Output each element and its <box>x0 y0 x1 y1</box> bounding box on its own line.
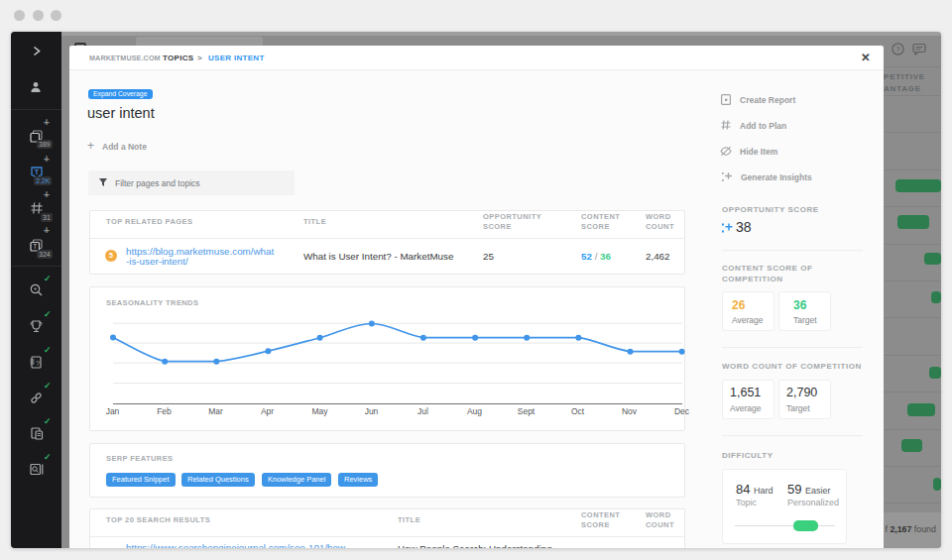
svg-text:?: ? <box>36 360 40 367</box>
svg-text:T: T <box>35 168 40 175</box>
svg-text:?: ? <box>895 45 900 54</box>
svg-text:T: T <box>33 243 37 250</box>
